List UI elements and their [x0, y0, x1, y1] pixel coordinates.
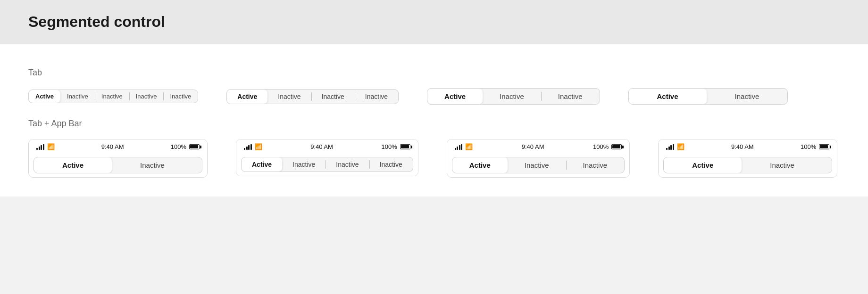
battery-icon-ab3: [611, 144, 622, 149]
status-right-ab1: 100%: [171, 143, 200, 150]
seg-btn-ab1-0[interactable]: Active: [34, 157, 112, 173]
seg-btn-tab-v3-1[interactable]: Inactive: [483, 89, 541, 104]
seg-btn-ab1-1[interactable]: Inactive: [112, 157, 193, 173]
device-frame-ab4: 📶 9:40 AM 100% Active Inactive: [658, 139, 837, 178]
seg-btn-ab2-1[interactable]: Inactive: [282, 157, 326, 172]
status-time-ab3: 9:40 AM: [522, 143, 544, 150]
status-left-ab2: 📶: [244, 143, 262, 150]
seg-btn-ab3-1[interactable]: Inactive: [508, 157, 566, 173]
status-left-ab4: 📶: [666, 143, 684, 150]
seg-bar-ab1: Active Inactive: [29, 154, 207, 177]
status-left-ab1: 📶: [36, 143, 55, 150]
battery-icon-ab1: [189, 144, 200, 149]
seg-btn-ab3-0[interactable]: Active: [452, 157, 508, 173]
signal-icon-ab1: [36, 144, 44, 150]
seg-btn-ab2-3[interactable]: Inactive: [369, 157, 413, 172]
wifi-icon-ab2: 📶: [255, 143, 262, 150]
main-content: Tab Active Inactive Inactive Inactive In…: [0, 44, 868, 196]
battery-icon-ab2: [400, 144, 410, 149]
seg-control-ab2[interactable]: Active Inactive Inactive Inactive: [241, 157, 413, 172]
header-section: Segmented control: [0, 0, 868, 44]
wifi-icon-ab4: 📶: [677, 143, 684, 150]
seg-btn-tab-v2-2[interactable]: Inactive: [311, 90, 355, 104]
seg-btn-tab-v1-3[interactable]: Inactive: [129, 90, 164, 103]
seg-btn-tab-v4-1[interactable]: Inactive: [707, 89, 788, 104]
wifi-icon-ab3: 📶: [465, 143, 473, 150]
seg-control-ab1[interactable]: Active Inactive: [33, 157, 202, 173]
tab-controls-row: Active Inactive Inactive Inactive Inacti…: [28, 88, 840, 105]
device-frame-ab3: 📶 9:40 AM 100% Active Inactive Inactive: [447, 139, 630, 178]
battery-pct-ab1: 100%: [171, 143, 186, 150]
status-right-ab2: 100%: [382, 143, 410, 150]
status-time-ab2: 9:40 AM: [310, 143, 333, 150]
seg-bar-ab4: Active Inactive: [659, 154, 837, 177]
seg-btn-tab-v2-0[interactable]: Active: [227, 90, 267, 104]
seg-control-ab3[interactable]: Active Inactive Inactive: [452, 157, 625, 173]
seg-btn-tab-v1-0[interactable]: Active: [29, 90, 60, 103]
status-bar-ab1: 📶 9:40 AM 100%: [29, 139, 207, 154]
battery-pct-ab4: 100%: [801, 143, 816, 150]
seg-btn-tab-v1-1[interactable]: Inactive: [60, 90, 95, 103]
tab-appbar-section: Tab + App Bar 📶 9:40 AM 100%: [28, 119, 840, 178]
battery-pct-ab2: 100%: [382, 143, 397, 150]
seg-btn-tab-v3-0[interactable]: Active: [427, 89, 483, 104]
seg-btn-ab4-0[interactable]: Active: [664, 157, 742, 173]
signal-icon-ab2: [244, 144, 252, 150]
battery-pct-ab3: 100%: [593, 143, 609, 150]
seg-bar-ab2: Active Inactive Inactive Inactive: [236, 154, 418, 176]
battery-icon-ab4: [819, 144, 829, 149]
page-title: Segmented control: [28, 13, 840, 31]
seg-control-tab-v2[interactable]: Active Inactive Inactive Inactive: [226, 89, 399, 104]
signal-icon-ab4: [666, 144, 674, 150]
tab-appbar-section-label: Tab + App Bar: [28, 119, 840, 129]
devices-row: 📶 9:40 AM 100% Active Inactive: [28, 139, 840, 178]
device-frame-ab2: 📶 9:40 AM 100% Active Inactive Inactive …: [236, 139, 418, 176]
seg-btn-tab-v1-2[interactable]: Inactive: [95, 90, 129, 103]
seg-control-ab4[interactable]: Active Inactive: [663, 157, 832, 173]
status-bar-ab3: 📶 9:40 AM 100%: [447, 139, 629, 154]
seg-btn-ab2-2[interactable]: Inactive: [326, 157, 369, 172]
device-frame-ab1: 📶 9:40 AM 100% Active Inactive: [28, 139, 208, 178]
seg-bar-ab3: Active Inactive Inactive: [447, 154, 629, 177]
status-right-ab4: 100%: [801, 143, 829, 150]
status-left-ab3: 📶: [455, 143, 473, 150]
tab-section-label: Tab: [28, 68, 840, 78]
seg-btn-tab-v3-2[interactable]: Inactive: [541, 89, 600, 104]
seg-control-tab-v4[interactable]: Active Inactive: [628, 88, 788, 105]
seg-btn-ab3-2[interactable]: Inactive: [566, 157, 625, 173]
tab-section: Tab Active Inactive Inactive Inactive In…: [28, 68, 840, 105]
status-bar-ab4: 📶 9:40 AM 100%: [659, 139, 837, 154]
seg-control-tab-v3[interactable]: Active Inactive Inactive: [427, 88, 600, 105]
status-right-ab3: 100%: [593, 143, 622, 150]
status-time-ab1: 9:40 AM: [101, 143, 124, 150]
status-time-ab4: 9:40 AM: [731, 143, 754, 150]
seg-btn-tab-v1-4[interactable]: Inactive: [163, 90, 198, 103]
seg-btn-tab-v4-0[interactable]: Active: [629, 89, 707, 104]
seg-btn-ab2-0[interactable]: Active: [242, 157, 282, 172]
seg-btn-tab-v2-3[interactable]: Inactive: [355, 90, 398, 104]
seg-btn-tab-v2-1[interactable]: Inactive: [267, 90, 311, 104]
signal-icon-ab3: [455, 144, 463, 150]
wifi-icon-ab1: 📶: [47, 143, 55, 150]
status-bar-ab2: 📶 9:40 AM 100%: [236, 139, 418, 154]
seg-control-tab-v1[interactable]: Active Inactive Inactive Inactive Inacti…: [28, 90, 198, 103]
seg-btn-ab4-1[interactable]: Inactive: [742, 157, 823, 173]
